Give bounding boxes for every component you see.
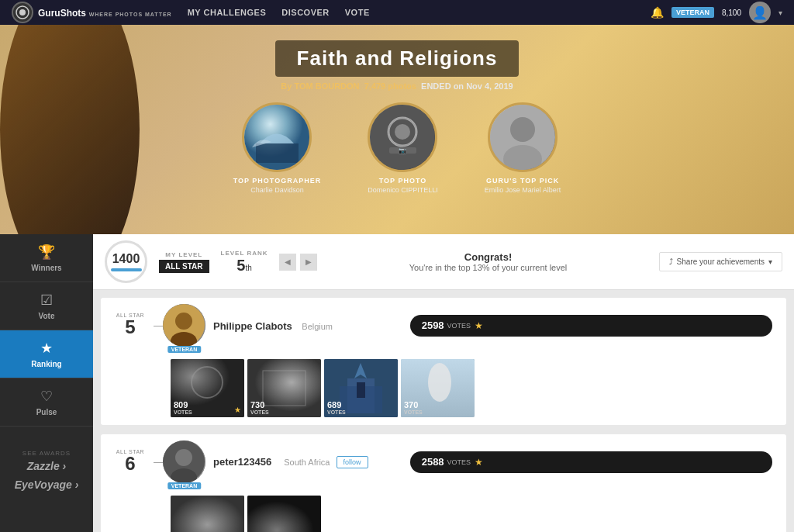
svg-rect-24 [357,382,365,398]
main-content: 🏆 Winners ☑ Vote ★ Ranking ♡ Pulse SEE A… [0,234,794,532]
level-rank-box: LEVEL RANK 5 th [221,250,268,275]
photo-thumb-2-1[interactable]: 680 VOTES [247,496,321,532]
nav-discover[interactable]: DISCOVER [281,8,329,17]
content-area: 1400 MY LEVEL ALL STAR LEVEL RANK 5 th ◀… [93,234,794,532]
rank-user-info-1: Philippe Clabots Belgium [205,319,402,333]
vote-bar-area-2: 2588 VOTES ★ [402,451,780,473]
level-prev-button[interactable]: ◀ [279,254,296,271]
sidebar-winners-label: Winners [31,264,61,272]
challenge-meta: By TOM BOURDON 7,479 photos ENDED on Nov… [281,81,513,91]
veteran-score: 8,100 [722,9,741,17]
sidebar-item-pulse[interactable]: ♡ Pulse [0,378,93,427]
hero-author: TOM BOURDON [294,81,359,91]
vote-bar-area-1: 2598 VOTES ★ [402,315,780,337]
rank-change-2: — [154,457,163,468]
photo-thumb-1-0[interactable]: 809 VOTES ★ [171,359,244,417]
photo-thumb-2-0[interactable]: 720 VOTES [171,496,244,532]
level-bar: 1400 MY LEVEL ALL STAR LEVEL RANK 5 th ◀… [93,234,794,290]
vote-count-1: 2598 [422,320,444,331]
logo-text: GuruShots WHERE PHOTOS MATTER [38,7,172,19]
photo-img-2-0 [171,496,244,532]
veteran-tag-2: VETERAN [167,482,201,489]
rank-country-1: Belgium [302,322,333,331]
veteran-tag-1: VETERAN [167,346,201,353]
bell-icon[interactable]: 🔔 [651,6,664,19]
eyevoyage-link[interactable]: EyeVoyage › [15,478,79,491]
top-photographer-img [244,105,309,170]
logo[interactable]: GuruShots WHERE PHOTOS MATTER [12,2,172,23]
svg-rect-31 [247,496,321,532]
photo-vote-label-1-2: 689 VOTES [327,400,346,415]
sidebar-item-vote[interactable]: ☑ Vote [0,282,93,330]
winner-top-photographer: TOP PHOTOGRAPHER Charlie Davidson [233,102,322,194]
sidebar-ranking-label: Ranking [31,360,61,368]
rank-change-1: — [154,320,163,331]
svg-point-1 [19,9,26,16]
photo-row-2: 720 VOTES 680 VOTES [101,489,786,532]
svg-point-11 [510,117,535,142]
photo-img-2-1 [247,496,321,532]
rank-number-1: 5 [125,316,135,338]
pulse-icon: ♡ [40,388,53,405]
top-photo-circle: 📷 [368,102,437,172]
share-chevron-icon: ▾ [768,257,772,266]
congrats-sub: You're in the top 13% of your current le… [329,263,647,272]
share-achievements-button[interactable]: ⤴ Share your achievements ▾ [659,252,782,271]
hero-photos-count: 7,479 photos [364,81,416,91]
photo-thumb-1-1[interactable]: 730 VOTES [247,359,321,417]
header: GuruShots WHERE PHOTOS MATTER MY CHALLEN… [0,0,794,25]
logo-icon [12,2,33,23]
level-score: 1400 [112,252,140,266]
share-label: Share your achievements [677,257,765,266]
top-photographer-name: Charlie Davidson [250,186,304,194]
photo-thumb-1-3[interactable]: 370 VOTES [401,359,475,417]
star-icon-2: ★ [475,457,483,468]
congrats-box: Congrats! You're in the top 13% of your … [329,251,647,272]
sidebar-vote-label: Vote [39,312,55,320]
challenge-title-box: Faith and Religions [275,40,520,77]
sidebar-item-ranking[interactable]: ★ Ranking [0,330,93,378]
avatar-dropdown-icon[interactable]: ▾ [778,9,782,17]
rank-num-box-2: ALL STAR 6 [107,449,154,475]
my-level-label: MY LEVEL [159,251,209,258]
level-score-progress [111,268,142,271]
winner-gurus-top-pick: GURU'S TOP PICK Emilio Jose Mariel Alber… [485,102,561,194]
nav-vote[interactable]: VOTE [345,8,370,17]
challenge-title: Faith and Religions [297,47,498,71]
top-winners: TOP PHOTOGRAPHER Charlie Davidson 📷 TOP … [233,102,561,194]
rank-username-1[interactable]: Philippe Clabots [213,320,292,332]
gurus-top-pick-img [490,105,555,170]
ranking-icon: ★ [40,340,53,357]
photo-thumb-1-2[interactable]: 689 VOTES [324,359,398,417]
rank-username-2[interactable]: peter123456 [213,456,271,468]
zazzle-link[interactable]: Zazzle › [27,460,67,472]
nav-my-challenges[interactable]: MY CHALLENGES [188,8,267,17]
my-level-value: ALL STAR [159,260,209,273]
level-next-button[interactable]: ▶ [300,254,317,271]
rank-country-2: South Africa [284,458,330,467]
congrats-title: Congrats! [329,251,647,263]
top-photographer-label: TOP PHOTOGRAPHER [233,177,322,185]
svg-text:📷: 📷 [399,147,406,154]
hero-person [0,25,140,234]
rank-avatar-img-2 [163,440,205,483]
level-rank-suffix: th [245,264,251,272]
photo-star-1-0: ★ [234,406,241,414]
vote-icon: ☑ [40,292,53,309]
hero-ended: ENDED on Nov 4, 2019 [421,81,513,91]
logo-main: GuruShots [38,8,86,19]
top-photo-img: 📷 [370,105,435,170]
avatar[interactable]: 👤 [749,2,771,23]
top-photo-name: Domenico CIPPITELLI [368,186,438,194]
rank-avatar-img-1 [163,304,205,347]
photo-vote-label-1-3: 370 VOTES [404,400,423,415]
gurus-top-pick-name: Emilio Jose Mariel Albert [485,186,561,194]
follow-button-2[interactable]: follow [337,456,368,468]
photo-row-1: 809 VOTES ★ [101,353,786,425]
level-arrows: ◀ ▶ [279,254,317,271]
top-photographer-circle [242,102,312,172]
see-awards-label: SEE AWARDS [22,450,71,457]
sidebar-item-winners[interactable]: 🏆 Winners [0,234,93,282]
level-rank-num: 5 [236,257,245,275]
svg-point-28 [175,449,192,466]
